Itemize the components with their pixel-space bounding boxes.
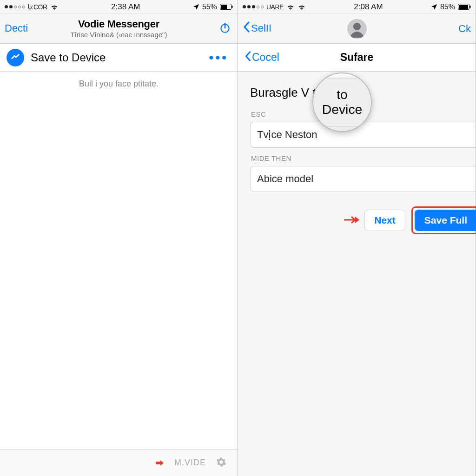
right-phone: UARE 2:08 AM 85%: [238, 0, 476, 476]
location-icon: [193, 4, 199, 10]
battery-percent: 85%: [440, 3, 455, 11]
wifi-icon: [50, 4, 59, 10]
nav-subtitle: Tîrise Vînine& (‹eac Innssage"): [0, 31, 238, 39]
sub-nav: Save to Device •••: [0, 44, 238, 72]
sub-nav: Cocel Sufare: [238, 44, 476, 72]
bottom-label[interactable]: M.VIDE: [174, 458, 206, 468]
nav-right-button[interactable]: Ck: [458, 23, 471, 35]
carrier-label: Ⴑ:COR: [28, 3, 47, 11]
magnifier-text: to Device: [312, 78, 372, 127]
arrow-right-icon: [155, 458, 164, 468]
cancel-button[interactable]: Cocel: [245, 51, 279, 64]
messenger-icon[interactable]: [7, 49, 24, 66]
svg-point-9: [353, 23, 361, 30]
back-button[interactable]: SelII: [243, 21, 271, 35]
signal-dots-icon: [5, 5, 25, 8]
svg-rect-6: [459, 5, 468, 9]
status-bar: Ⴑ:COR 2:38 AM 55%: [0, 0, 238, 14]
form-panel: Burasgle V to Device ESC Tvịce Neston MI…: [238, 72, 476, 476]
status-time: 2:38 AM: [111, 2, 140, 12]
cancel-label: Cocel: [252, 51, 279, 64]
power-icon[interactable]: [219, 22, 231, 36]
avatar[interactable]: [347, 19, 367, 39]
battery-percent: 55%: [202, 3, 217, 11]
empty-hint: Buil i you face ptitate.: [0, 79, 238, 89]
button-row: Next Save Full: [250, 208, 476, 233]
battery-icon: [458, 4, 471, 10]
svg-rect-1: [221, 5, 227, 9]
next-button[interactable]: Next: [364, 210, 405, 231]
nav-title: Vodie Messenger: [0, 18, 238, 30]
signal-dots-icon: [243, 5, 264, 8]
svg-rect-7: [470, 6, 471, 8]
left-phone: Ⴑ:COR 2:38 AM 55% Decti Vodie: [0, 0, 238, 476]
more-button[interactable]: •••: [209, 50, 228, 65]
status-time: 2:08 AM: [354, 2, 383, 12]
chevron-left-icon: [243, 21, 250, 35]
nav-back-label: SelII: [251, 22, 271, 34]
wifi-icon: [286, 4, 295, 10]
wifi-icon-2: [298, 4, 306, 10]
nav-back-label: Decti: [5, 22, 28, 34]
location-icon: [431, 4, 437, 10]
field-2-label: MIDE THEN: [251, 154, 476, 162]
magnifier-overlay: to Device: [312, 73, 372, 132]
chevron-left-icon: [245, 51, 251, 64]
arrow-right-icon: [344, 214, 360, 227]
bottom-toolbar: M.VIDE: [0, 449, 238, 476]
nav-bar: SelII Ck: [238, 14, 476, 44]
back-button[interactable]: Decti: [5, 22, 28, 34]
field-2-input[interactable]: Abice model: [250, 166, 476, 192]
battery-icon: [220, 4, 233, 10]
field-1-input[interactable]: Tvịce Neston: [250, 122, 476, 148]
status-bar: UARE 2:08 AM 85%: [238, 0, 476, 14]
save-full-button[interactable]: Save Full: [415, 210, 476, 231]
carrier-label: UARE: [266, 3, 284, 11]
nav-bar: Decti Vodie Messenger Tîrise Vînine& (‹e…: [0, 14, 238, 44]
save-highlight: Save Full: [413, 208, 476, 233]
svg-rect-2: [232, 6, 233, 8]
save-to-device-label[interactable]: Save to Device: [31, 51, 106, 64]
gear-icon[interactable]: [216, 457, 226, 469]
